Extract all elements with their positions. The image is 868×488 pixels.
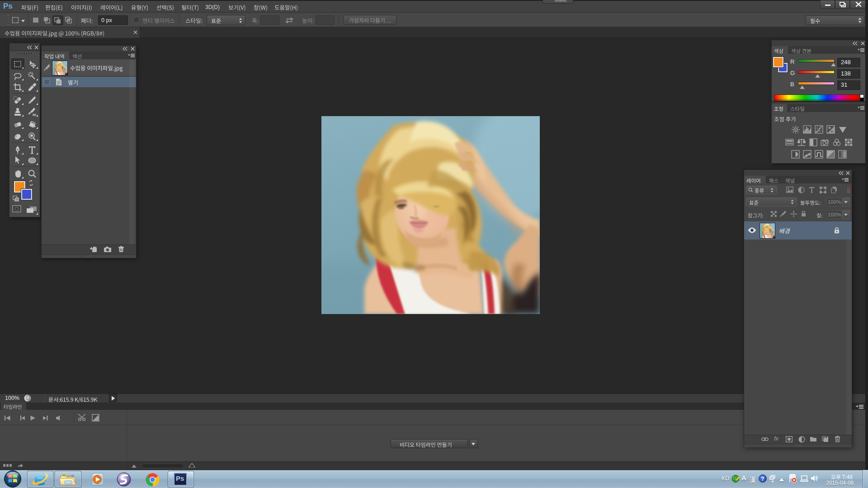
svg-text:?: ? — [761, 476, 764, 482]
